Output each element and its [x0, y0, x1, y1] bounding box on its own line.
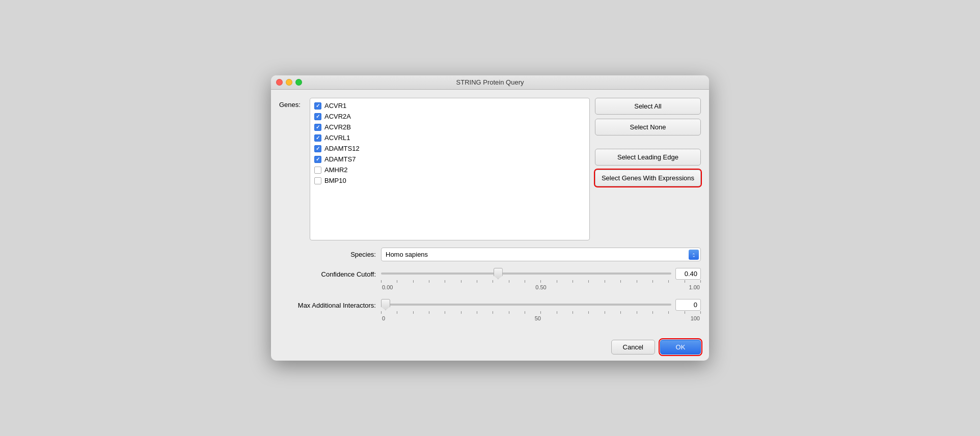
traffic-lights	[276, 79, 302, 86]
gene-checkbox[interactable]	[314, 113, 321, 120]
confidence-slider-and-value	[381, 267, 701, 280]
select-all-button[interactable]: Select All	[595, 98, 701, 115]
ok-button[interactable]: OK	[660, 340, 701, 355]
confidence-row: Confidence Cutoff:	[279, 267, 701, 290]
gene-checkbox[interactable]	[314, 102, 321, 110]
confidence-max-label: 1.00	[689, 284, 700, 290]
list-item[interactable]: BMP10	[310, 175, 589, 186]
confidence-min-label: 0.00	[382, 284, 393, 290]
gene-name-label: ACVRL1	[324, 134, 350, 142]
footer: Cancel OK	[271, 336, 709, 361]
genes-label: Genes:	[279, 98, 305, 240]
titlebar: STRING Protein Query	[271, 75, 709, 90]
interactors-min-label: 0	[382, 315, 385, 321]
gene-name-label: ACVR2B	[324, 123, 351, 131]
interactors-slider[interactable]	[381, 304, 671, 306]
content-area: Genes: ACVR1ACVR2AACVR2BACVRL1ADAMTS12AD…	[271, 90, 709, 336]
gene-checkbox[interactable]	[314, 134, 321, 142]
gene-checkbox[interactable]	[314, 177, 321, 184]
gene-checkbox[interactable]	[314, 156, 321, 163]
genes-section: Genes: ACVR1ACVR2AACVR2BACVRL1ADAMTS12AD…	[279, 98, 701, 240]
gene-checkbox[interactable]	[314, 167, 321, 174]
species-select[interactable]: Homo sapiens	[381, 248, 701, 261]
close-button[interactable]	[276, 79, 283, 86]
gene-name-label: AMHR2	[324, 166, 348, 174]
species-row: Species: Homo sapiens	[279, 248, 701, 261]
list-item[interactable]: ACVR2A	[310, 111, 589, 122]
confidence-slider-group: 0.00 0.50 1.00	[381, 267, 701, 290]
gene-name-label: ACVR2A	[324, 113, 351, 120]
interactors-tick-marks	[381, 311, 701, 314]
interactors-slider-track	[381, 298, 671, 311]
interactors-row: Max Additional Interactors:	[279, 298, 701, 321]
gene-checkbox[interactable]	[314, 145, 321, 152]
gene-name-label: ADAMTS7	[324, 155, 356, 163]
confidence-mid-label: 0.50	[535, 284, 546, 290]
select-genes-with-expressions-button[interactable]: Select Genes With Expressions	[595, 170, 701, 186]
confidence-slider[interactable]	[381, 272, 671, 275]
list-item[interactable]: ACVR2B	[310, 122, 589, 132]
interactors-slider-and-value	[381, 298, 701, 311]
cancel-button[interactable]: Cancel	[611, 340, 655, 355]
maximize-button[interactable]	[295, 79, 302, 86]
species-select-wrapper: Homo sapiens	[381, 248, 701, 261]
genes-list: ACVR1ACVR2AACVR2BACVRL1ADAMTS12ADAMTS7AM…	[310, 98, 589, 188]
interactors-tick-labels: 0 50 100	[381, 315, 701, 321]
confidence-tick-marks	[381, 280, 701, 283]
list-item[interactable]: ADAMTS7	[310, 154, 589, 165]
gene-name-label: ADAMTS12	[324, 145, 360, 152]
list-item[interactable]: ADAMTS12	[310, 143, 589, 154]
interactors-mid-label: 50	[535, 315, 541, 321]
confidence-slider-track	[381, 267, 671, 280]
confidence-label: Confidence Cutoff:	[279, 267, 376, 278]
gene-name-label: BMP10	[324, 177, 346, 184]
genes-buttons: Select All Select None Select Leading Ed…	[595, 98, 701, 240]
confidence-value-input[interactable]	[675, 268, 701, 280]
gene-checkbox[interactable]	[314, 124, 321, 131]
list-item[interactable]: AMHR2	[310, 165, 589, 175]
minimize-button[interactable]	[286, 79, 292, 86]
interactors-slider-group: 0 50 100	[381, 298, 701, 321]
interactors-value-input[interactable]	[675, 299, 701, 311]
select-none-button[interactable]: Select None	[595, 119, 701, 135]
list-item[interactable]: ACVRL1	[310, 132, 589, 143]
list-item[interactable]: ACVR1	[310, 100, 589, 111]
species-label: Species:	[279, 251, 376, 258]
select-leading-edge-button[interactable]: Select Leading Edge	[595, 149, 701, 166]
interactors-label: Max Additional Interactors:	[279, 298, 376, 309]
main-window: STRING Protein Query Genes: ACVR1ACVR2AA…	[271, 75, 709, 361]
genes-list-container[interactable]: ACVR1ACVR2AACVR2BACVRL1ADAMTS12ADAMTS7AM…	[310, 98, 590, 240]
window-title: STRING Protein Query	[456, 78, 524, 86]
interactors-max-label: 100	[691, 315, 700, 321]
confidence-tick-labels: 0.00 0.50 1.00	[381, 284, 701, 290]
gene-name-label: ACVR1	[324, 102, 346, 110]
